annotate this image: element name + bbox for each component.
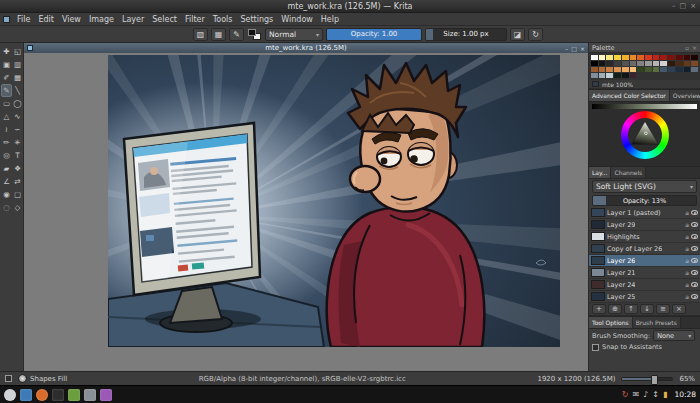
palette-swatch[interactable] (599, 55, 606, 60)
alpha-inherit-badge[interactable]: a (685, 293, 689, 300)
palette-swatch[interactable] (614, 73, 621, 78)
bezier-curve-tool-button[interactable]: ≀ (1, 123, 12, 136)
palette-swatch[interactable] (645, 61, 652, 66)
duplicate-layer-button[interactable]: ⊕ (608, 304, 622, 314)
zoom-tool-button[interactable]: ◉ (1, 188, 12, 201)
palette-swatch[interactable] (614, 67, 621, 72)
polyline-tool-button[interactable]: ∿ (12, 110, 23, 123)
subwindow-close-button[interactable]: × (580, 45, 585, 52)
freehand-path-tool-button[interactable]: ∽ (12, 123, 23, 136)
palette-swatch[interactable] (630, 55, 637, 60)
layer-visibility-eye-icon[interactable] (691, 282, 698, 287)
palette-swatch[interactable] (676, 61, 683, 66)
menu-item[interactable]: Select (148, 15, 181, 24)
layer-row[interactable]: Layer 29 a (589, 219, 700, 231)
palette-swatch[interactable] (622, 73, 629, 78)
battery-tray-icon[interactable]: ▮ (663, 391, 667, 399)
layer-row[interactable]: Layer 24 a (589, 279, 700, 291)
palette-swatch[interactable] (599, 67, 606, 72)
palette-swatch[interactable] (599, 73, 606, 78)
terminal-icon[interactable] (52, 389, 64, 401)
window-close-button[interactable]: × (690, 1, 696, 11)
palette-swatch[interactable] (606, 61, 613, 66)
menu-item[interactable]: Tools (209, 15, 237, 24)
layer-blend-mode-dropdown[interactable]: Soft Light (SVG) ▾ (592, 180, 697, 193)
add-layer-button[interactable]: + (592, 304, 606, 314)
palette-swatch[interactable] (622, 67, 629, 72)
menu-item[interactable]: File (13, 15, 34, 24)
palette-swatch[interactable] (684, 67, 691, 72)
palette-swatch[interactable] (591, 55, 598, 60)
advanced-color-selector[interactable] (589, 102, 700, 166)
brush-smoothing-dropdown[interactable]: None ▾ (653, 330, 695, 341)
palette-swatch[interactable] (676, 55, 683, 60)
palette-swatch[interactable] (591, 67, 598, 72)
docker-tab[interactable]: Advanced Color Selector (589, 90, 670, 101)
krita-icon[interactable] (100, 389, 112, 401)
layer-visibility-eye-icon[interactable] (691, 258, 698, 263)
subwindow-minimize-button[interactable]: – (565, 45, 568, 52)
layer-visibility-eye-icon[interactable] (691, 294, 698, 299)
app-menu-icon[interactable] (4, 389, 16, 401)
foreground-background-color-swatch[interactable] (247, 28, 262, 41)
window-minimize-button[interactable]: – (672, 1, 676, 11)
close-docker-icon[interactable]: × (692, 44, 697, 51)
pattern-edit-tool-button[interactable]: ▦ (12, 71, 23, 84)
text-tool-button[interactable]: T (12, 149, 23, 162)
layer-row[interactable]: Highlights a (589, 231, 700, 243)
palette-swatch[interactable] (591, 61, 598, 66)
multibrush-tool-button[interactable]: ✳ (12, 136, 23, 149)
freehand-brush-tool-button[interactable]: ✎ (1, 84, 12, 97)
palette-swatch[interactable] (630, 73, 637, 78)
delete-layer-button[interactable]: × (672, 304, 686, 314)
rectangle-tool-button[interactable]: ▭ (1, 97, 12, 110)
docker-tab[interactable]: Overview (670, 90, 700, 101)
palette-swatch[interactable] (606, 73, 613, 78)
snap-to-assistants-checkbox[interactable] (592, 344, 599, 351)
layer-visibility-eye-icon[interactable] (691, 210, 698, 215)
canvas-artwork[interactable] (108, 55, 560, 347)
palette-swatch[interactable] (645, 67, 652, 72)
window-titlebar[interactable]: mte_work.kra (126.5M) — Krita – □ × (0, 0, 700, 13)
alpha-inherit-badge[interactable]: a (685, 233, 689, 240)
palette-swatch[interactable] (691, 67, 698, 72)
palette-swatch[interactable] (668, 55, 675, 60)
palette-swatch[interactable] (622, 55, 629, 60)
menu-item[interactable]: Filter (181, 15, 209, 24)
palette-swatch[interactable] (637, 55, 644, 60)
palette-swatch[interactable] (653, 61, 660, 66)
document-subwindow-titlebar[interactable]: mte_work.kra (126.5M) – □ × (24, 43, 588, 53)
dynamic-brush-tool-button[interactable]: ✏ (1, 136, 12, 149)
subwindow-menu-icon[interactable] (3, 16, 10, 23)
menu-item[interactable]: Settings (236, 15, 277, 24)
palette-swatch[interactable] (637, 61, 644, 66)
network-tray-icon[interactable]: ↕ (652, 391, 659, 399)
file-manager-icon[interactable] (20, 389, 32, 401)
palette-swatch[interactable] (668, 67, 675, 72)
palette-swatch[interactable] (622, 61, 629, 66)
brush-size-slider[interactable]: Size: 1.00 px (425, 28, 507, 41)
smart-patch-tool-button[interactable]: ❖ (12, 162, 23, 175)
palette-swatch[interactable] (653, 55, 660, 60)
layer-visibility-eye-icon[interactable] (691, 246, 698, 251)
polygon-select-tool-button[interactable]: ◇ (12, 201, 23, 214)
pan-tool-button[interactable]: ⇄ (12, 175, 23, 188)
layer-visibility-eye-icon[interactable] (691, 234, 698, 239)
menu-item[interactable]: Help (317, 15, 343, 24)
palette-swatch[interactable] (606, 67, 613, 72)
alpha-inherit-badge[interactable]: a (685, 269, 689, 276)
layer-row[interactable]: Layer 21 a (589, 267, 700, 279)
mail-tray-icon[interactable]: ✉ (632, 391, 639, 399)
palette-swatch[interactable] (660, 61, 667, 66)
menu-item[interactable]: Image (85, 15, 118, 24)
gradient-chooser-button[interactable]: ▧ (193, 28, 208, 41)
clock[interactable]: 10:28 (674, 390, 696, 399)
assistants-tool-button[interactable]: ◎ (1, 149, 12, 162)
menu-item[interactable]: Window (277, 15, 317, 24)
palette-swatch[interactable] (660, 67, 667, 72)
palette-swatch[interactable] (668, 61, 675, 66)
selection-indicator-icon[interactable] (5, 375, 12, 382)
color-wheel[interactable] (621, 111, 669, 159)
docker-tab[interactable]: Tool Options (589, 317, 633, 328)
palette-swatch[interactable] (684, 55, 691, 60)
